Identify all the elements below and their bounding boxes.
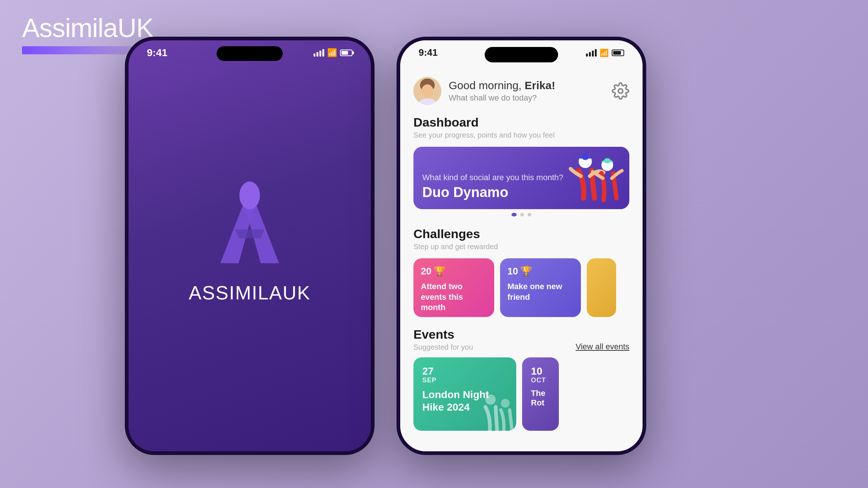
banner-illustration <box>563 150 626 209</box>
signal-bars-icon <box>314 49 324 57</box>
splash-brand-name: ASSIMILAUK <box>189 282 311 304</box>
right-phone-status-icons: 📶 <box>586 48 624 57</box>
challenge-2-number: 10 <box>507 266 518 277</box>
user-greeting: Good morning, Erika! What shall we do to… <box>413 77 555 105</box>
banner-question: What kind of social are you this month? <box>422 173 563 182</box>
challenge-1-trophy: 🏆 <box>434 266 445 277</box>
events-title-group: Events Suggested for you <box>413 327 473 352</box>
challenge-2-trophy: 🏆 <box>520 266 532 277</box>
event-card-1[interactable]: 27 SEP London Night Hike 2024 <box>413 357 516 431</box>
dashboard-section: Dashboard See your progress, points and … <box>413 115 629 216</box>
avatar-image <box>413 77 441 105</box>
svg-point-11 <box>485 394 496 405</box>
signal-bar-1 <box>314 54 315 57</box>
event-1-illustration <box>472 387 516 431</box>
brand-name-bold: Assimila <box>22 13 117 43</box>
signal-bar-2 <box>317 52 318 57</box>
banner-answer: Duo Dynamo <box>422 185 563 200</box>
challenges-subtitle: Step up and get rewarded <box>413 243 629 251</box>
signal-bar-r-3 <box>592 51 594 57</box>
signal-bar-4 <box>322 49 324 57</box>
user-name: Erika! <box>525 79 555 91</box>
svg-point-12 <box>501 399 510 408</box>
splash-brand-regular: UK <box>283 282 311 303</box>
svg-point-3 <box>422 84 433 98</box>
signal-bar-r-1 <box>586 54 588 57</box>
signal-bar-r-2 <box>589 52 591 57</box>
dashboard-subtitle: See your progress, points and how you fe… <box>413 131 629 139</box>
events-subtitle: Suggested for you <box>413 343 473 352</box>
settings-icon <box>612 82 629 100</box>
logo-bar <box>22 46 140 54</box>
left-phone-time: 9:41 <box>147 47 167 59</box>
banner-text: What kind of social are you this month? … <box>422 173 563 200</box>
events-header: Events Suggested for you View all events <box>413 327 629 352</box>
challenge-1-number: 20 <box>421 266 431 277</box>
challenge-2-points: 10 🏆 <box>507 266 574 277</box>
signal-bar-3 <box>319 51 321 57</box>
wifi-icon: 📶 <box>327 48 337 58</box>
dynamic-island-left <box>217 46 283 61</box>
settings-button[interactable] <box>612 82 629 100</box>
challenge-card-2[interactable]: 10 🏆 Make one new friend <box>500 258 581 317</box>
signal-bars-right-icon <box>586 49 597 57</box>
app-content: Good morning, Erika! What shall we do to… <box>400 70 643 451</box>
event-card-2[interactable]: 10 OCT The Rot <box>522 357 559 431</box>
events-title: Events <box>413 327 473 342</box>
greeting-main: Good morning, Erika! <box>449 79 555 92</box>
carousel-dot-2[interactable] <box>520 213 524 216</box>
event-2-date: 10 OCT <box>531 366 550 384</box>
wifi-right-icon: 📶 <box>600 48 609 57</box>
challenge-2-label: Make one new friend <box>507 281 574 302</box>
challenge-1-points: 20 🏆 <box>421 266 487 277</box>
events-row: 27 SEP London Night Hike 2024 <box>413 357 629 431</box>
avatar <box>413 77 441 105</box>
left-phone: 9:41 📶 <box>125 37 375 455</box>
events-section: Events Suggested for you View all events… <box>413 327 629 431</box>
carousel-dot-1[interactable] <box>511 213 517 216</box>
carousel-dots <box>413 213 629 216</box>
event-2-month: OCT <box>531 376 550 384</box>
event-2-title: The Rot <box>531 389 550 408</box>
dashboard-banner[interactable]: What kind of social are you this month? … <box>413 147 629 209</box>
dynamic-island-right <box>485 47 558 62</box>
challenges-row: 20 🏆 Attend two events this month 10 🏆 <box>413 258 629 317</box>
greeting-text: Good morning, Erika! What shall we do to… <box>449 79 555 103</box>
svg-point-10 <box>604 158 611 163</box>
challenge-card-3[interactable] <box>587 258 616 317</box>
splash-logo: ASSIMILAUK <box>189 175 311 304</box>
event-1-month: SEP <box>422 376 507 384</box>
battery-icon <box>340 50 352 56</box>
event-1-day: 27 <box>422 366 507 376</box>
dashboard-title: Dashboard <box>413 115 629 130</box>
event-1-date: 27 SEP <box>422 366 507 384</box>
event-2-day: 10 <box>531 366 550 376</box>
svg-point-8 <box>582 154 589 160</box>
app-header: Good morning, Erika! What shall we do to… <box>413 70 629 105</box>
right-phone-inner: 9:41 📶 <box>400 40 643 451</box>
left-phone-status-icons: 📶 <box>314 48 352 58</box>
challenge-card-1[interactable]: 20 🏆 Attend two events this month <box>413 258 494 317</box>
challenge-1-label: Attend two events this month <box>421 281 487 313</box>
greeting-subtitle: What shall we do today? <box>449 93 555 103</box>
splash-brand-bold: ASSIMILA <box>189 282 283 303</box>
svg-point-6 <box>618 89 623 93</box>
right-phone: 9:41 📶 <box>397 37 646 455</box>
app-logo-icon <box>209 175 290 271</box>
svg-point-0 <box>239 182 260 210</box>
challenges-section: Challenges Step up and get rewarded 20 🏆… <box>413 227 629 317</box>
greeting-prefix: Good morning, <box>449 79 525 91</box>
right-phone-time: 9:41 <box>419 47 438 58</box>
view-all-events-link[interactable]: View all events <box>576 342 629 352</box>
signal-bar-r-4 <box>595 49 597 57</box>
battery-right-icon <box>612 50 624 56</box>
phones-wrapper: 9:41 📶 <box>125 37 646 455</box>
challenges-title: Challenges <box>413 227 629 241</box>
carousel-dot-3[interactable] <box>528 213 531 216</box>
